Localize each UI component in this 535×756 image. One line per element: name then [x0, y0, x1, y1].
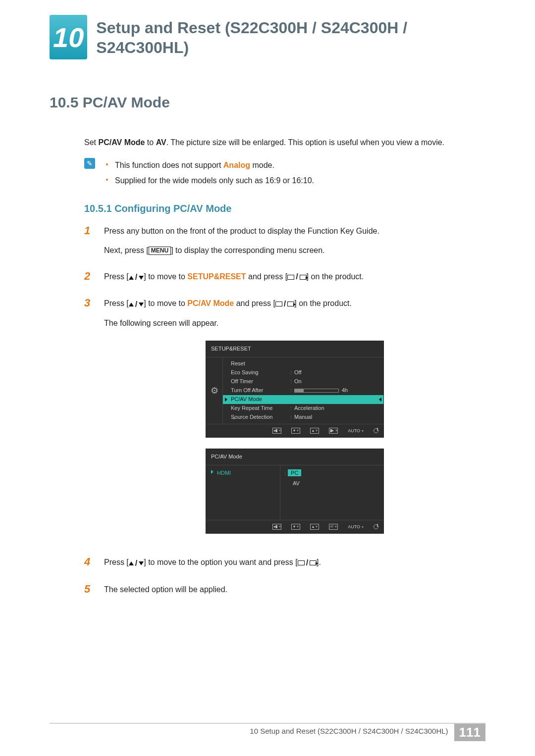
osd-power-icon[interactable]: [374, 428, 378, 433]
step-4: 4 Press [/] to move to the option you wa…: [84, 555, 485, 575]
osd1-r6-label: Key Repeat Time: [231, 403, 290, 413]
step1-line1: Press any button on the front of the pro…: [104, 224, 485, 239]
osd1-r4-valuetext: 4h: [342, 387, 348, 393]
osd1-r3-value: On: [294, 377, 379, 387]
osd-auto-button[interactable]: AUTO: [348, 427, 364, 435]
osd2-left-column: HDMI: [206, 465, 280, 520]
osd1-row-reset[interactable]: Reset: [223, 359, 383, 368]
step2-mid: ] to move to: [144, 272, 187, 281]
page-number: 111: [454, 724, 485, 741]
step2-pre: Press [: [104, 272, 129, 281]
step4-mid: ] to move to the option you want and pre…: [144, 558, 297, 566]
osd2-option-pc-row: :PC: [284, 468, 379, 478]
step3-post1: and press [: [234, 299, 275, 307]
note-icon: ✎: [84, 158, 95, 169]
note1-term: Analog: [223, 161, 250, 169]
osd1-r1-label: Reset: [231, 359, 290, 369]
step2-text: Press [/] to move to SETUP&RESET and pre…: [104, 270, 485, 285]
step-2: 2 Press [/] to move to SETUP&RESET and p…: [84, 270, 485, 290]
chapter-number-badge: 10: [50, 15, 87, 59]
source-enter-icon: /: [298, 556, 317, 570]
step4-pre: Press [: [104, 558, 129, 566]
osd-back-icon[interactable]: ◂▮: [272, 428, 281, 434]
osd-enter-icon[interactable]: ⏎: [329, 524, 338, 530]
step4-text: Press [/] to move to the option you want…: [104, 555, 485, 570]
step-3: 3 Press [/] to move to PC/AV Mode and pr…: [84, 297, 485, 549]
osd1-row-eco-saving[interactable]: Eco Saving:Off: [223, 368, 383, 377]
osd-forward-icon[interactable]: ▮▸: [329, 428, 338, 434]
osd-down-icon[interactable]: ▾: [291, 428, 300, 434]
osd-up-icon[interactable]: ▴: [310, 524, 319, 530]
step2-post2: ] on the product.: [307, 272, 364, 281]
osd1-r5-label: PC/AV Mode: [231, 395, 290, 404]
step-number: 5: [84, 583, 95, 602]
osd-up-icon[interactable]: ▴: [310, 428, 319, 434]
step3-pre: Press [: [104, 299, 129, 307]
osd1-row-pcav-mode[interactable]: PC/AV Mode: [223, 395, 383, 404]
step-number: 2: [84, 270, 95, 290]
scroll-down-icon: ▾: [233, 414, 235, 422]
step3-line2: The following screen will appear.: [104, 316, 485, 331]
chapter-title: Setup and Reset (S22C300H / S24C300H / S…: [96, 15, 485, 57]
gear-icon: ⚙: [211, 383, 218, 399]
osd1-title: SETUP&RESET: [206, 341, 383, 357]
source-enter-icon: /: [275, 297, 294, 311]
osd2-option-av[interactable]: AV: [290, 478, 379, 489]
intro-mid: to: [145, 138, 156, 147]
step5-text: The selected option will be applied.: [104, 583, 485, 597]
osd1-r2-value: Off: [294, 368, 379, 378]
menu-button-icon: MENU: [149, 247, 171, 255]
osd2-right-column: :PC AV: [280, 465, 383, 520]
osd1-r2-label: Eco Saving: [231, 368, 290, 378]
osd2-hdmi-item[interactable]: HDMI: [210, 468, 276, 478]
step3-mid: ] to move to: [144, 299, 187, 307]
step2-post1: and press [: [246, 272, 288, 281]
osd2-footer: ◂▮ ▾ ▴ ⏎ AUTO: [206, 520, 383, 533]
up-down-arrows-icon: /: [129, 298, 144, 312]
step3-target: PC/AV Mode: [187, 299, 234, 307]
osd-setup-reset: SETUP&RESET ⚙ Reset Eco Saving:Off Off T…: [206, 341, 384, 438]
osd-pcav-mode: PC/AV Mode HDMI :PC AV ◂▮: [206, 449, 384, 534]
step2-target: SETUP&RESET: [187, 272, 246, 281]
intro-mode: AV: [156, 138, 166, 147]
osd1-row-key-repeat[interactable]: Key Repeat Time:Acceleration: [223, 404, 383, 413]
osd-back-icon[interactable]: ◂▮: [272, 524, 281, 530]
osd1-row-off-timer[interactable]: Off Timer:On: [223, 377, 383, 386]
osd1-r3-label: Off Timer: [231, 377, 290, 387]
step3-post2: ] on the product.: [294, 299, 352, 307]
step-number: 3: [84, 297, 95, 549]
osd1-r7-value: Manual: [294, 412, 379, 422]
note1-pre: This function does not support: [115, 161, 223, 169]
osd1-r7-label: Source Detection: [231, 412, 290, 422]
page-footer: 10 Setup and Reset (S22C300H / S24C300H …: [50, 723, 485, 741]
osd-power-icon[interactable]: [374, 524, 378, 529]
osd1-r4-value: 4h: [294, 386, 379, 396]
osd-auto-button[interactable]: AUTO: [348, 523, 364, 531]
slider-icon: [294, 389, 339, 393]
step1-line2: Next, press [MENU] to display the corres…: [104, 244, 485, 258]
footer-text: 10 Setup and Reset (S22C300H / S24C300H …: [250, 724, 454, 741]
intro-prefix: Set: [84, 138, 98, 147]
chapter-header: 10 Setup and Reset (S22C300H / S24C300H …: [50, 15, 485, 59]
intro-suffix: . The picture size will be enlarged. Thi…: [166, 138, 444, 147]
steps-list: 1 Press any button on the front of the p…: [84, 224, 485, 602]
note-block: ✎ This function does not support Analog …: [84, 158, 485, 188]
section-heading: 10.5 PC/AV Mode: [50, 94, 485, 111]
note-item-1: This function does not support Analog mo…: [103, 158, 314, 173]
note1-post: mode.: [250, 161, 274, 169]
step-1: 1 Press any button on the front of the p…: [84, 224, 485, 263]
osd1-gear-icon-col: ⚙: [206, 357, 223, 424]
up-down-arrows-icon: /: [129, 556, 144, 571]
step3-line1: Press [/] to move to PC/AV Mode and pres…: [104, 297, 485, 311]
osd2-title: PC/AV Mode: [206, 449, 383, 465]
intro-paragraph: Set PC/AV Mode to AV. The picture size w…: [50, 136, 485, 149]
step-number: 4: [84, 555, 95, 575]
osd1-r4-label: Turn Off After: [231, 386, 290, 396]
osd2-option-pc[interactable]: PC: [288, 469, 301, 476]
osd1-row-source-detection[interactable]: Source Detection:Manual▾: [223, 413, 383, 422]
osd1-r6-value: Acceleration: [294, 403, 379, 413]
osd1-row-turn-off-after[interactable]: Turn Off After:4h: [223, 386, 383, 395]
osd-down-icon[interactable]: ▾: [291, 524, 300, 530]
step-number: 1: [84, 224, 95, 263]
up-down-arrows-icon: /: [129, 270, 144, 285]
